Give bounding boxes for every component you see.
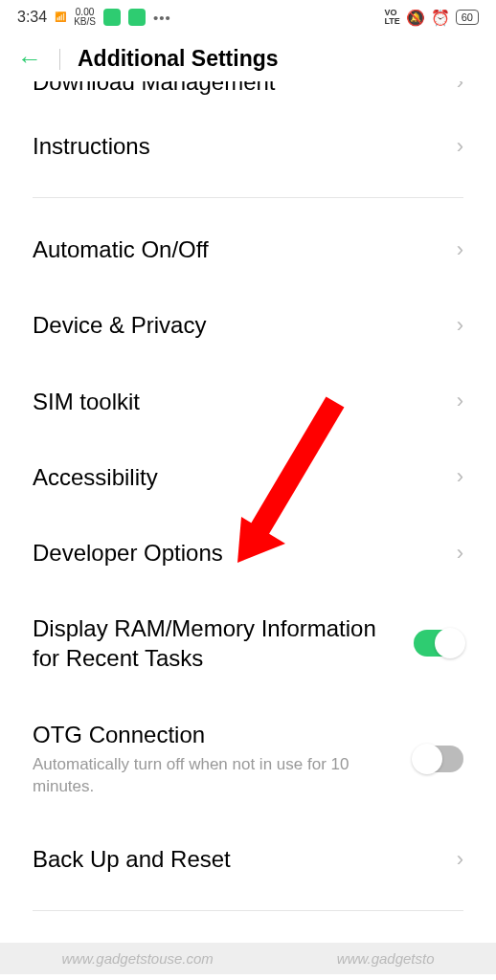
list-item-developer-options[interactable]: Developer Options › (33, 515, 463, 590)
status-left: 3:34 📶 0.00 KB/S ••• (17, 8, 171, 27)
divider (33, 910, 463, 911)
list-item-device-privacy[interactable]: Device & Privacy › (33, 287, 463, 363)
app-icon-2 (128, 9, 146, 26)
status-time: 3:34 (17, 9, 47, 26)
more-icon: ••• (153, 10, 171, 26)
list-label: Instructions (33, 131, 150, 161)
chevron-right-icon: › (457, 464, 463, 489)
toggle-display-ram[interactable] (414, 630, 463, 657)
volte-icon: VOLTE (384, 9, 399, 26)
chevron-right-icon: › (457, 847, 463, 872)
alarm-icon: ⏰ (431, 9, 450, 27)
chevron-right-icon: › (457, 237, 463, 262)
list-label: Developer Options (33, 538, 223, 568)
chevron-right-icon: › (457, 541, 463, 566)
network-speed: 0.00 KB/S (74, 8, 96, 27)
watermark-right: www.gadgetsto (337, 950, 435, 967)
page-title: Additional Settings (78, 46, 279, 72)
list-label: Accessibility (33, 462, 158, 492)
list-item-auto-onoff[interactable]: Automatic On/Off › (33, 212, 463, 287)
chevron-right-icon: › (457, 134, 463, 159)
chevron-right-icon: › (457, 313, 463, 338)
watermark: www.gadgetstouse.com www.gadgetsto (0, 943, 496, 974)
settings-list: Download Management › Instructions › Aut… (0, 81, 496, 897)
header-divider (59, 49, 60, 70)
chevron-right-icon: › (457, 81, 463, 95)
status-right: VOLTE 🔕 ⏰ 60 (384, 9, 479, 27)
list-item-sim-toolkit[interactable]: SIM toolkit › (33, 364, 463, 439)
chevron-right-icon: › (457, 389, 463, 413)
list-label: Back Up and Reset (33, 844, 231, 874)
list-item-accessibility[interactable]: Accessibility › (33, 439, 463, 515)
divider (33, 197, 463, 198)
list-label: Display RAM/Memory Information for Recen… (33, 613, 402, 673)
list-label: Download Management (33, 81, 276, 98)
list-item-instructions[interactable]: Instructions › (33, 108, 463, 184)
list-label: Device & Privacy (33, 310, 206, 340)
list-item-otg[interactable]: OTG Connection Automatically turn off wh… (33, 697, 463, 822)
status-bar: 3:34 📶 0.00 KB/S ••• VOLTE 🔕 ⏰ 60 (0, 0, 496, 34)
battery-icon: 60 (456, 10, 479, 25)
signal-icon: 📶 (55, 12, 66, 22)
list-label: SIM toolkit (33, 387, 140, 416)
list-label: Automatic On/Off (33, 234, 209, 264)
list-label: OTG Connection (33, 720, 402, 749)
list-item-download-management[interactable]: Download Management › (33, 81, 463, 108)
app-icon-1 (103, 9, 121, 26)
back-button[interactable]: ← (17, 44, 42, 74)
mute-icon: 🔕 (406, 9, 425, 27)
list-item-backup-reset[interactable]: Back Up and Reset › (33, 821, 463, 897)
list-item-display-ram[interactable]: Display RAM/Memory Information for Recen… (33, 590, 463, 696)
list-sublabel: Automatically turn off when not in use f… (33, 753, 402, 799)
toggle-otg[interactable] (414, 746, 463, 772)
header: ← Additional Settings (0, 34, 496, 87)
watermark-left: www.gadgetstouse.com (61, 950, 213, 967)
